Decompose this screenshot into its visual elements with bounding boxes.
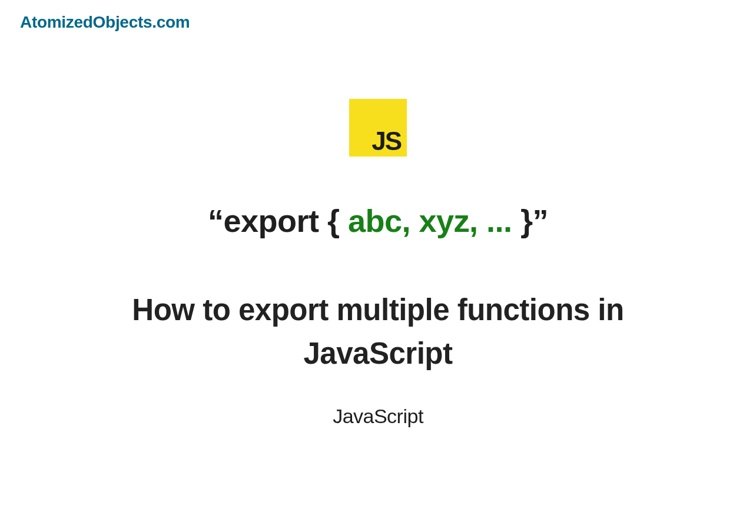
site-brand: AtomizedObjects.com [20, 13, 190, 32]
code-snippet: “export { abc, xyz, ... }” [208, 202, 548, 239]
snippet-prefix: “export { [208, 203, 348, 238]
category-label: JavaScript [333, 405, 423, 428]
javascript-icon: JS [349, 99, 407, 157]
article-title: How to export multiple functions in Java… [107, 288, 649, 375]
content-wrapper: JS “export { abc, xyz, ... }” How to exp… [0, 99, 756, 428]
snippet-suffix: }” [512, 203, 549, 238]
snippet-highlight: abc, xyz, ... [348, 203, 512, 238]
javascript-icon-text: JS [372, 128, 401, 154]
